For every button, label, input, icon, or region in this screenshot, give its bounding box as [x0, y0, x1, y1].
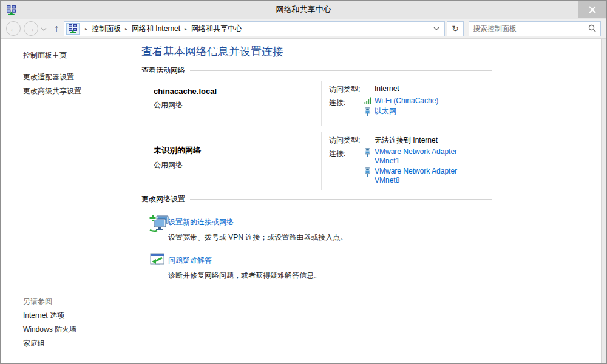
- network-details: 访问类型: Internet 连接:: [321, 81, 492, 126]
- icon-slot-empty: [364, 134, 375, 146]
- section-view-active-networks: 查看活动网络: [141, 66, 492, 76]
- sidebar-item-control-panel-home[interactable]: 控制面板主页: [23, 50, 67, 61]
- sidebar-item-internet-options[interactable]: Internet 选项: [23, 311, 64, 321]
- breadcrumb-network-internet[interactable]: 网络和 Internet: [132, 24, 180, 34]
- icon-slot-empty: [364, 83, 375, 95]
- network-identity: chinacache.local 公用网络: [141, 81, 321, 126]
- section-divider: [190, 199, 492, 200]
- access-type-label: 访问类型:: [329, 134, 364, 146]
- connection-list: VMware Network Adapter VMnet1 VMware Net…: [364, 147, 481, 186]
- breadcrumb-separator-icon: ▸: [185, 26, 187, 32]
- page-title: 查看基本网络信息并设置连接: [141, 44, 492, 59]
- access-type-value: Internet: [375, 83, 399, 95]
- connection-label: 以太网: [375, 107, 481, 116]
- access-type-label: 访问类型:: [329, 83, 364, 95]
- close-icon: [589, 6, 595, 13]
- network-category: 公用网络: [154, 160, 315, 170]
- connections-label: 连接:: [329, 96, 364, 118]
- sidebar-item-change-advanced-sharing[interactable]: 更改高级共享设置: [23, 86, 81, 96]
- sidebar-item-windows-firewall[interactable]: Windows 防火墙: [23, 325, 76, 335]
- network-details: 访问类型: 无法连接到 Internet 连接: VMware Network …: [321, 132, 492, 190]
- access-type-line: 访问类型: 无法连接到 Internet: [329, 134, 492, 146]
- setup-new-connection-description: 设置宽带、拨号或 VPN 连接；或设置路由器或接入点。: [168, 232, 347, 243]
- network-identity: 未识别的网络 公用网络: [141, 132, 321, 190]
- troubleshoot-problems-description: 诊断并修复网络问题，或者获得疑难解答信息。: [168, 271, 321, 281]
- back-icon: ←: [9, 24, 18, 33]
- connections-line: 连接: VMware Network Adapter VMnet1: [329, 147, 492, 186]
- maximize-icon: [563, 7, 569, 12]
- setup-new-connection-link[interactable]: 设置新的连接或网络: [168, 218, 234, 226]
- forward-button[interactable]: →: [24, 21, 38, 36]
- content-area: 控制面板主页 更改适配器设置 更改高级共享设置 另请参阅 Internet 选项…: [1, 39, 606, 363]
- forward-icon: →: [27, 24, 35, 33]
- search-box: [469, 21, 601, 36]
- minimize-icon: [538, 12, 545, 12]
- window-controls: [529, 1, 606, 18]
- wifi-signal-icon: [364, 96, 375, 104]
- close-button[interactable]: [578, 1, 606, 18]
- ethernet-icon: [364, 147, 375, 158]
- breadcrumb-separator-icon: ▸: [85, 26, 87, 32]
- back-button[interactable]: ←: [6, 21, 21, 36]
- window-title: 网络和共享中心: [1, 4, 606, 15]
- ethernet-icon: [364, 107, 375, 117]
- connections-label: 连接:: [329, 147, 364, 186]
- see-also-header: 另请参阅: [23, 297, 52, 307]
- task-body: 设置新的连接或网络 设置宽带、拨号或 VPN 连接；或设置路由器或接入点。: [168, 214, 347, 243]
- network-name: chinacache.local: [154, 87, 315, 96]
- task-troubleshoot-problems: 问题疑难解答 诊断并修复网络问题，或者获得疑难解答信息。: [141, 252, 492, 281]
- connection-label: VMware Network Adapter VMnet1: [375, 147, 481, 166]
- maximize-button[interactable]: [554, 1, 578, 18]
- vertical-scrollbar[interactable]: [601, 39, 606, 363]
- network-category: 公用网络: [154, 100, 315, 110]
- up-button[interactable]: ↑: [54, 23, 59, 34]
- access-type-line: 访问类型: Internet: [329, 83, 492, 95]
- troubleshoot-problems-link[interactable]: 问题疑难解答: [168, 256, 212, 265]
- sidebar-item-change-adapter-settings[interactable]: 更改适配器设置: [23, 72, 74, 83]
- section-change-network-settings: 更改网络设置: [141, 194, 492, 204]
- sidebar-item-homegroup[interactable]: 家庭组: [23, 339, 45, 349]
- main-panel: 查看基本网络信息并设置连接 查看活动网络 chinacache.local 公用…: [141, 39, 492, 281]
- recent-pages-dropdown[interactable]: [41, 27, 47, 32]
- connection-link-wifi[interactable]: Wi-Fi (ChinaCache): [364, 96, 481, 106]
- breadcrumb-control-panel[interactable]: 控制面板: [92, 24, 121, 34]
- task-body: 问题疑难解答 诊断并修复网络问题，或者获得疑难解答信息。: [168, 252, 321, 281]
- navigation-toolbar: ← → ↑ ▸ 控制面板 ▸ 网络和 Internet ▸ 网络和共享中心 ↻: [1, 19, 606, 39]
- refresh-icon: ↻: [452, 24, 459, 33]
- troubleshoot-icon: [141, 252, 168, 281]
- breadcrumb-separator-icon: ▸: [125, 26, 127, 32]
- section-divider: [190, 70, 492, 71]
- connections-line: 连接:: [329, 96, 492, 118]
- sidebar: 控制面板主页 更改适配器设置 更改高级共享设置 另请参阅 Internet 选项…: [1, 39, 140, 363]
- search-input[interactable]: [473, 24, 588, 33]
- address-dropdown-button[interactable]: [431, 26, 442, 31]
- breadcrumb-network-sharing-center[interactable]: 网络和共享中心: [191, 24, 242, 34]
- connection-link-vmnet1[interactable]: VMware Network Adapter VMnet1: [364, 147, 481, 166]
- minimize-button[interactable]: [529, 1, 554, 18]
- section-label: 更改网络设置: [141, 194, 185, 204]
- section-label: 查看活动网络: [141, 66, 185, 76]
- address-location-icon-box: [66, 23, 80, 35]
- network-sharing-center-window: 网络和共享中心 ← → ↑ ▸ 控制面板 ▸ 网络和 Internet ▸ 网络…: [0, 0, 607, 364]
- connection-list: Wi-Fi (ChinaCache) 以太网: [364, 96, 481, 118]
- chevron-down-icon: [433, 26, 439, 31]
- network-name: 未识别的网络: [154, 145, 315, 156]
- network-sharing-center-icon: [68, 24, 78, 33]
- refresh-button[interactable]: ↻: [447, 21, 464, 36]
- task-setup-new-connection: 设置新的连接或网络 设置宽带、拨号或 VPN 连接；或设置路由器或接入点。: [141, 214, 492, 243]
- connection-link-vmnet8[interactable]: VMware Network Adapter VMnet8: [364, 167, 481, 185]
- title-bar: 网络和共享中心: [1, 1, 606, 19]
- new-connection-icon: [141, 214, 168, 243]
- address-bar[interactable]: ▸ 控制面板 ▸ 网络和 Internet ▸ 网络和共享中心: [64, 21, 445, 36]
- active-network-row: 未识别的网络 公用网络 访问类型: 无法连接到 Internet 连接:: [141, 132, 492, 190]
- connection-link-ethernet[interactable]: 以太网: [364, 107, 481, 117]
- ethernet-icon: [364, 167, 375, 177]
- connection-label: VMware Network Adapter VMnet8: [375, 167, 481, 185]
- active-network-row: chinacache.local 公用网络 访问类型: Internet 连接:: [141, 81, 492, 126]
- search-icon[interactable]: [588, 24, 597, 33]
- access-type-value: 无法连接到 Internet: [375, 134, 438, 146]
- connection-label: Wi-Fi (ChinaCache): [375, 96, 481, 106]
